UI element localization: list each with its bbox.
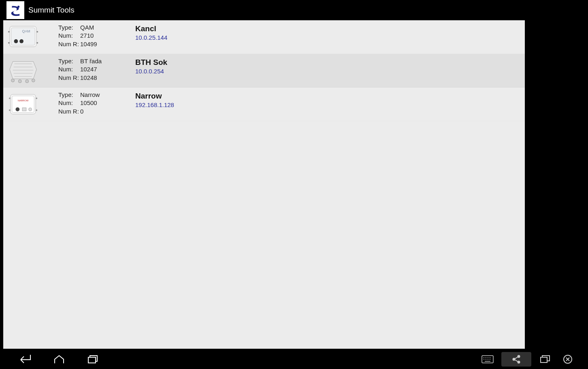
svg-point-19	[26, 79, 29, 83]
label-numr: Num R:	[58, 107, 80, 116]
value-numr: 10248	[80, 74, 97, 82]
device-name: Narrow	[135, 92, 174, 101]
svg-point-26	[29, 108, 32, 111]
svg-point-20	[32, 79, 35, 82]
list-item[interactable]: Type:BT řada Num:10247 Num R:10248 BTH S…	[3, 54, 556, 88]
svg-point-27	[9, 97, 11, 99]
svg-point-8	[36, 31, 38, 32]
device-thumbnail: NARROW	[6, 90, 40, 118]
device-ip: 10.0.0.254	[135, 68, 167, 75]
label-num: Num:	[58, 65, 80, 73]
svg-rect-47	[541, 357, 547, 363]
svg-point-9	[8, 42, 10, 44]
value-type: Narrow	[80, 91, 100, 99]
device-name: BTH Sok	[135, 58, 167, 67]
list-item[interactable]: NARROW Type:Narrow Num:10500 Num R:0 Nar…	[3, 88, 556, 121]
app-title: Summit Tools	[28, 6, 537, 15]
svg-rect-25	[22, 108, 26, 111]
value-num: 10500	[80, 99, 97, 107]
share-icon[interactable]	[501, 352, 531, 367]
close-icon[interactable]	[559, 352, 577, 367]
value-num: 2710	[80, 32, 94, 40]
device-thumbnail: QAM	[6, 23, 40, 51]
value-numr: 0	[80, 107, 83, 116]
svg-rect-31	[88, 357, 96, 363]
label-numr: Num R:	[58, 40, 80, 48]
label-numr: Num R:	[58, 74, 80, 82]
label-type: Type:	[58, 57, 80, 65]
svg-point-28	[36, 97, 37, 99]
device-specs: Type:BT řada Num:10247 Num R:10248	[58, 56, 135, 82]
label-type: Type:	[58, 24, 80, 32]
svg-point-5	[14, 39, 18, 43]
recent-apps-button[interactable]	[84, 352, 102, 367]
svg-point-7	[8, 31, 10, 32]
svg-text:NARROW: NARROW	[18, 99, 29, 102]
value-num: 10247	[80, 65, 97, 73]
svg-point-29	[9, 109, 11, 111]
value-type: BT řada	[80, 57, 102, 65]
label-num: Num:	[58, 99, 80, 107]
device-identity: Kancl 10.0.25.144	[135, 23, 167, 41]
svg-point-6	[19, 39, 23, 43]
svg-line-46	[515, 360, 518, 362]
keyboard-icon[interactable]	[479, 352, 496, 367]
svg-point-10	[36, 42, 38, 44]
device-ip: 192.168.1.128	[135, 101, 174, 108]
system-nav-bar	[0, 350, 588, 369]
svg-point-24	[15, 107, 19, 112]
value-type: QAM	[80, 24, 94, 32]
label-num: Num:	[58, 32, 80, 40]
value-numr: 10499	[80, 40, 97, 48]
svg-point-17	[11, 79, 15, 82]
label-type: Type:	[58, 91, 80, 99]
back-button[interactable]	[16, 352, 34, 367]
right-black-margin	[525, 0, 556, 349]
device-thumbnail	[6, 56, 40, 85]
device-name: Kancl	[135, 24, 167, 33]
svg-point-18	[18, 79, 21, 83]
windows-icon[interactable]	[536, 352, 554, 367]
svg-text:QAM: QAM	[22, 29, 30, 33]
list-item[interactable]: QAM Type:QAM Num:2710 Num R:10499 Kancl …	[3, 20, 556, 54]
device-identity: Narrow 192.168.1.128	[135, 90, 174, 108]
device-specs: Type:Narrow Num:10500 Num R:0	[58, 90, 135, 116]
device-list: QAM Type:QAM Num:2710 Num R:10499 Kancl …	[3, 20, 556, 121]
device-identity: BTH Sok 10.0.0.254	[135, 56, 167, 75]
svg-line-45	[515, 357, 518, 359]
action-bar: Summit Tools	[3, 0, 556, 20]
home-button[interactable]	[50, 352, 68, 367]
device-specs: Type:QAM Num:2710 Num R:10499	[58, 23, 135, 48]
app-logo-icon	[6, 1, 24, 19]
svg-point-1	[17, 6, 19, 8]
device-ip: 10.0.25.144	[135, 34, 167, 41]
svg-point-30	[36, 109, 37, 111]
